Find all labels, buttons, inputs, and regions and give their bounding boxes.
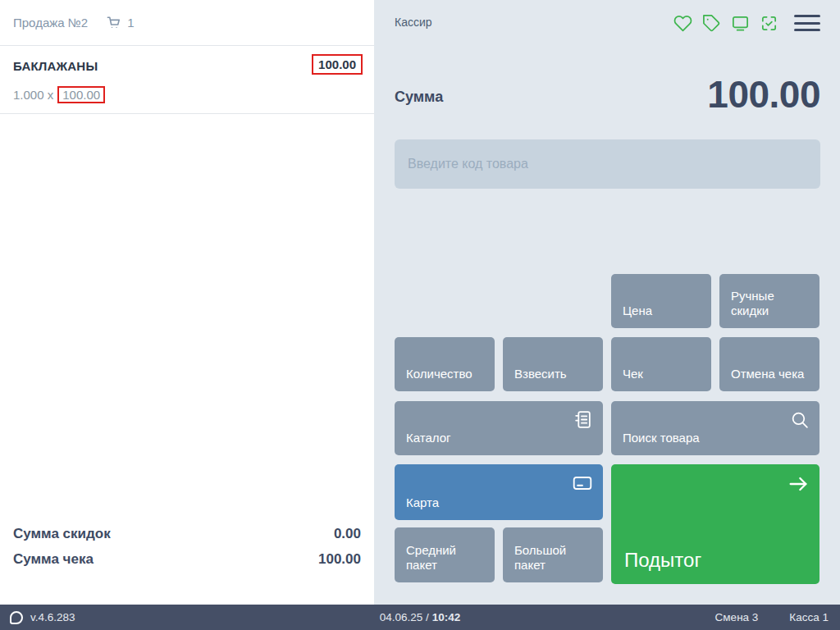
tag-icon[interactable] — [700, 11, 723, 34]
discount-sum-label: Сумма скидок — [13, 521, 111, 546]
display-icon[interactable] — [728, 11, 751, 34]
cart-count: 1 — [127, 16, 134, 30]
item-unit-price-highlight: 100.00 — [57, 86, 105, 103]
item-total-highlight: 100.00 — [312, 54, 363, 75]
item-name: БАКЛАЖАНЫ — [13, 54, 98, 73]
card-button[interactable]: Карта — [395, 464, 603, 520]
receipt-total-label: Сумма чека — [13, 546, 94, 572]
receipt-item-row[interactable]: БАКЛАЖАНЫ 100.00 1.000 x 100.00 — [0, 46, 374, 114]
receipt-total-value: 100.00 — [318, 546, 361, 572]
medium-bag-button[interactable]: Средний пакет — [395, 527, 495, 582]
price-button[interactable]: Цена — [611, 274, 711, 328]
discount-sum-row: Сумма скидок 0.00 — [13, 521, 361, 546]
sum-value: 100.00 — [707, 75, 820, 113]
datetime: 04.06.25 / 10:42 — [0, 611, 840, 623]
weigh-button[interactable]: Взвесить — [503, 337, 603, 391]
large-bag-button[interactable]: Большой пакет — [503, 527, 603, 582]
receipt-panel: Продажа №2 1 БАКЛАЖАНЫ 100.00 1.000 x — [0, 0, 374, 605]
catalog-icon — [573, 409, 593, 432]
quantity-button[interactable]: Количество — [395, 337, 495, 391]
status-bar: v.4.6.283 04.06.25 / 10:42 Смена 3 Касса… — [0, 605, 840, 630]
menu-icon[interactable] — [794, 13, 820, 33]
header-icons — [671, 11, 820, 34]
time-label: 10:42 — [432, 611, 461, 623]
item-qty: 1.000 x — [13, 88, 53, 102]
product-search-button[interactable]: Поиск товара — [611, 401, 819, 455]
receipt-button[interactable]: Чек — [611, 337, 711, 391]
pos-app: Продажа №2 1 БАКЛАЖАНЫ 100.00 1.000 x — [0, 0, 840, 630]
receipt-total-row: Сумма чека 100.00 — [13, 546, 361, 572]
search-icon — [789, 409, 810, 432]
cashier-label: Кассир — [395, 16, 432, 29]
heart-icon[interactable] — [671, 11, 694, 34]
action-panel: Кассир — [374, 0, 840, 605]
catalog-button[interactable]: Каталог — [395, 401, 603, 455]
sum-row: Сумма 100.00 — [395, 75, 820, 113]
sum-label: Сумма — [395, 89, 443, 106]
sale-title: Продажа №2 — [13, 16, 88, 30]
discount-sum-value: 0.00 — [334, 521, 361, 546]
scan-check-icon[interactable] — [757, 11, 780, 34]
product-code-input[interactable] — [395, 139, 820, 189]
cart-icon — [106, 15, 121, 30]
arrow-right-icon — [787, 472, 810, 498]
cancel-receipt-button[interactable]: Отмена чека — [719, 337, 819, 391]
cart-indicator: 1 — [106, 15, 134, 30]
subtotal-button[interactable]: Подытог — [611, 464, 819, 584]
date-label: 04.06.25 / — [380, 611, 429, 623]
card-icon — [572, 472, 593, 496]
manual-discounts-button[interactable]: Ручные скидки — [719, 274, 819, 328]
receipt-summary: Сумма скидок 0.00 Сумма чека 100.00 — [13, 521, 361, 572]
receipt-header: Продажа №2 1 — [0, 0, 374, 46]
